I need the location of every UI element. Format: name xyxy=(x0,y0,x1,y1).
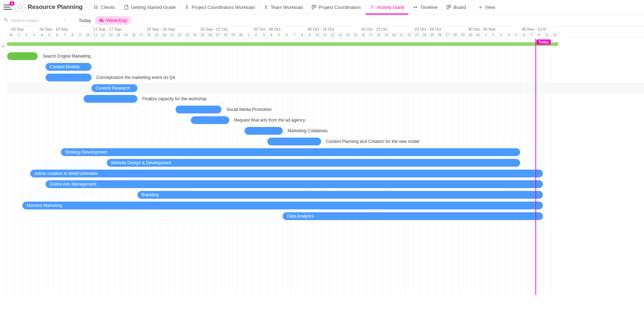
day-label: 29 xyxy=(229,33,237,39)
svg-rect-9 xyxy=(312,5,314,9)
day-label: 30 xyxy=(237,33,245,39)
day-row: 3112345678910111213141516171819202122232… xyxy=(7,33,644,39)
day-label: 24 xyxy=(420,33,428,39)
zoom-icon xyxy=(99,17,104,23)
search-input[interactable] xyxy=(11,18,61,23)
gantt-bar[interactable]: Website Design & Development xyxy=(107,159,520,167)
day-label: 13 xyxy=(336,33,344,39)
gantt-bar[interactable]: Content Models xyxy=(46,63,91,71)
week-label: 06 Nov - 12 N xyxy=(520,27,546,33)
day-label: 10 xyxy=(84,33,91,39)
zoom-label: Week/Day xyxy=(106,18,127,23)
day-label: 11 xyxy=(91,33,99,39)
tab-getting-started[interactable]: Getting Started Guide xyxy=(119,0,180,14)
day-label: 18 xyxy=(375,33,382,39)
gantt-bar[interactable]: Online Ads Management xyxy=(46,180,543,188)
add-view-button[interactable]: ＋ View xyxy=(473,0,499,14)
gantt-bar[interactable] xyxy=(46,74,91,81)
svg-point-5 xyxy=(94,7,95,7)
workspace-title: Resource Planning xyxy=(28,4,83,11)
gantt-bar-label: Search Engine Marketing xyxy=(43,54,91,59)
day-label: 23 xyxy=(413,33,421,39)
day-label: 17 xyxy=(367,33,375,39)
day-label: 11 xyxy=(321,33,329,39)
svg-line-20 xyxy=(7,21,8,22)
gantt-bar[interactable]: Article creation in WebForNewbie xyxy=(30,170,543,177)
day-label: 5 xyxy=(512,33,520,39)
day-label: 3 xyxy=(260,33,268,39)
gantt-bar[interactable] xyxy=(191,116,229,124)
menu-button[interactable]: 8 xyxy=(4,3,12,11)
tab-coordinators[interactable]: Project Coordinators xyxy=(307,0,365,14)
day-label: 26 xyxy=(206,33,214,39)
gantt-bar[interactable] xyxy=(267,138,321,145)
day-label: 15 xyxy=(352,33,360,39)
day-label: 27 xyxy=(444,33,451,39)
view-tabs: ClientsGetting Started GuideProject Coor… xyxy=(89,0,470,14)
gantt-bar[interactable] xyxy=(245,127,283,135)
day-label: 5 xyxy=(46,33,53,39)
gantt-bar[interactable] xyxy=(7,42,558,46)
svg-rect-23 xyxy=(103,20,103,22)
tab-coord-workload[interactable]: Project Coordinators Workload xyxy=(180,0,259,14)
tab-label: Project Coordinators xyxy=(319,5,361,10)
list-icon xyxy=(94,5,99,10)
day-label: 28 xyxy=(221,33,229,39)
tab-clients[interactable]: Clients xyxy=(89,0,119,14)
workload-icon xyxy=(184,5,189,10)
timeline-icon xyxy=(413,5,418,10)
svg-point-8 xyxy=(266,6,267,7)
zoom-level-button[interactable]: Week/Day xyxy=(95,16,132,25)
svg-point-6 xyxy=(94,8,95,9)
search-wrap xyxy=(4,17,71,23)
gantt-bar[interactable] xyxy=(176,106,221,113)
day-label: 31 xyxy=(7,33,15,39)
day-label: 2 xyxy=(252,33,260,39)
gantt-bar[interactable]: Data Analytics xyxy=(283,212,543,220)
day-label: 7 xyxy=(528,33,535,39)
svg-rect-18 xyxy=(449,5,451,7)
day-label: 15 xyxy=(122,33,130,39)
tab-board[interactable]: Board xyxy=(442,0,470,14)
svg-point-19 xyxy=(4,18,7,21)
search-dropdown-button[interactable] xyxy=(63,18,67,23)
week-label: 23 Oct - 29 Oct xyxy=(413,27,441,33)
gantt-bar[interactable]: Moment Marketing xyxy=(22,202,543,209)
gantt-bar[interactable] xyxy=(7,52,38,60)
tab-timeline[interactable]: Timeline xyxy=(408,0,442,14)
day-label: 29 xyxy=(459,33,467,39)
day-label: 8 xyxy=(535,33,543,39)
week-label: 02 Oct - 08 Oct xyxy=(252,27,281,33)
tab-team-workload[interactable]: Team Workload xyxy=(259,0,307,14)
gantt-bar-label: Social Media Promotion xyxy=(226,107,272,112)
gantt-bar-label: Content Planning and Creation for the ne… xyxy=(326,139,420,144)
gantt-bar[interactable] xyxy=(84,95,137,103)
date-header: - 03 Sep04 Sep - 10 Sep11 Sep - 17 Sep18… xyxy=(7,27,644,39)
gantt-bar[interactable]: Content Research xyxy=(91,84,137,92)
tab-label: Clients xyxy=(101,5,115,10)
tab-label: Timeline xyxy=(420,5,438,10)
loading-icon xyxy=(15,2,25,12)
tab-activity-gantt[interactable]: Activity Gantt xyxy=(365,0,409,14)
day-label: 18 xyxy=(145,33,153,39)
board-icon xyxy=(311,5,316,10)
day-label: 17 xyxy=(137,33,145,39)
day-label: 31 xyxy=(474,33,482,39)
today-label: Today xyxy=(536,39,551,45)
collapse-sidebar-button[interactable] xyxy=(1,44,6,50)
tab-label: Project Coordinators Workload xyxy=(192,5,255,10)
day-label: 9 xyxy=(76,33,84,39)
svg-rect-22 xyxy=(101,19,102,22)
svg-point-7 xyxy=(187,6,188,7)
gantt-body[interactable]: Search Engine MarketingContent ModelsCon… xyxy=(7,39,644,295)
gantt-bar[interactable]: Strategy Development xyxy=(61,148,520,156)
today-button[interactable]: Today xyxy=(79,18,91,23)
day-label: 9 xyxy=(543,33,551,39)
day-label: 12 xyxy=(99,33,107,39)
gantt-bar[interactable]: Branding xyxy=(137,191,543,199)
divider xyxy=(75,17,75,24)
gantt-bar-label: Marketing Collaterals xyxy=(288,128,328,133)
day-label: 24 xyxy=(191,33,199,39)
day-label: 30 xyxy=(466,33,474,39)
today-line xyxy=(535,39,536,295)
